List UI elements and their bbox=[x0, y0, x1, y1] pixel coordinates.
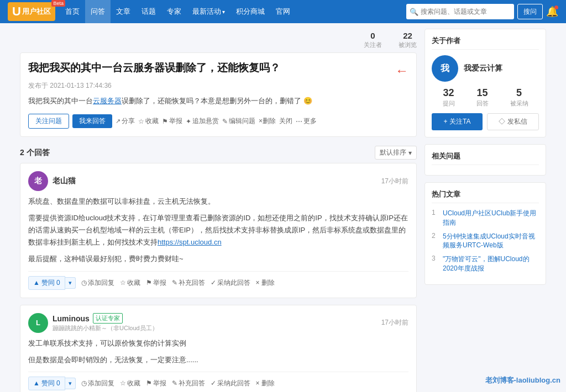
delete-link[interactable]: ×删除 bbox=[259, 116, 276, 126]
collect-link[interactable]: ☆ 收藏 bbox=[138, 116, 159, 126]
follow-question-button[interactable]: 关注问题 bbox=[28, 114, 69, 129]
author-stats: 32 提问 15 回答 5 被采纳 bbox=[432, 87, 539, 108]
vote-up-button-1[interactable]: ▲ 赞同 0 bbox=[28, 276, 65, 290]
nav-activity[interactable]: 最新活动 ▾ bbox=[187, 0, 230, 23]
add-answer-link[interactable]: ✦ 追加悬赏 bbox=[186, 116, 219, 126]
answer-body-2: 发工单联系技术支持，可以原价恢复你的计算实例 但是数据是会即时销毁的，无法恢复，… bbox=[28, 337, 408, 366]
avatar-1: 老 bbox=[28, 171, 48, 191]
vote-drop-button-1[interactable]: ▾ bbox=[65, 277, 76, 289]
author-actions: + 关注TA ◇ 发私信 bbox=[432, 113, 539, 130]
avatar-2: L bbox=[28, 313, 48, 333]
close-link[interactable]: 关闭 bbox=[279, 116, 292, 126]
main-column: 0 关注者 22 被浏览 我把我买的其中一台云服务器误删除了，还能恢复吗？ ← … bbox=[20, 29, 417, 392]
vote-drop-button-2[interactable]: ▾ bbox=[65, 378, 76, 389]
search-box: 🔍 bbox=[406, 4, 514, 19]
username-1[interactable]: 老山猫 bbox=[53, 176, 76, 186]
reply-icon-2: ◷ bbox=[81, 379, 87, 387]
logo[interactable]: U 用户社区 Beta bbox=[8, 2, 55, 21]
nav-links: 首页 问答 文章 话题 专家 最新活动 ▾ 积分商城 官网 bbox=[60, 0, 296, 23]
support-link[interactable]: https://spt.ucloud.cn bbox=[158, 238, 222, 246]
collect-link-1[interactable]: ☆ 收藏 bbox=[120, 278, 140, 288]
report-link-1[interactable]: ⚑ 举报 bbox=[146, 278, 166, 288]
answers-header: 2 个回答 默认排序 ▾ bbox=[20, 142, 417, 163]
report-link-2[interactable]: ⚑ 举报 bbox=[146, 379, 166, 388]
answer-time-1: 17小时前 bbox=[381, 177, 408, 186]
author-answer-label: 回答 bbox=[476, 100, 489, 107]
notification-bell[interactable]: 🔔 bbox=[546, 6, 558, 18]
user-info-1: 老 老山猫 bbox=[28, 171, 76, 191]
reply-icon: ◷ bbox=[81, 279, 87, 287]
hot-link-2[interactable]: 5分钟快速集成UCloud实时音视频服务URTC-Web版 bbox=[443, 232, 539, 251]
question-body: 我把我买的其中一台云服务器误删除了，还能恢复吗？本意是想删另外一台的，删错了 😊 bbox=[28, 95, 408, 107]
delete-link-2[interactable]: × 删除 bbox=[256, 379, 275, 388]
search-area: 🔍 搜问 🔔 bbox=[406, 4, 558, 19]
nav-qa[interactable]: 问答 bbox=[85, 0, 111, 23]
hot-link-1[interactable]: UCloud用户社区UClub新手使用指南 bbox=[443, 209, 539, 227]
author-name[interactable]: 我爱云计算 bbox=[464, 63, 502, 73]
nav-expert[interactable]: 专家 bbox=[161, 0, 187, 23]
search-icon: 🔍 bbox=[410, 8, 418, 16]
search-button[interactable]: 搜问 bbox=[517, 4, 543, 19]
adopt-link-2[interactable]: ✓ 采纳此回答 bbox=[211, 379, 250, 388]
top-nav: U 用户社区 Beta 首页 问答 文章 话题 专家 最新活动 ▾ 积分商城 官… bbox=[0, 0, 566, 23]
vote-group-1: ▲ 赞同 0 ▾ bbox=[28, 276, 76, 290]
supplement-link-2[interactable]: ✎ 补充回答 bbox=[172, 379, 205, 388]
smile-emoji: 😊 bbox=[303, 97, 312, 105]
author-avatar[interactable]: 我 bbox=[432, 55, 458, 82]
hot-item-2: 2 5分钟快速集成UCloud实时音视频服务URTC-Web版 bbox=[432, 232, 539, 251]
logo-text: 用户社区 bbox=[22, 7, 51, 17]
star-icon: ☆ bbox=[120, 279, 126, 287]
collect-link-2[interactable]: ☆ 收藏 bbox=[120, 379, 140, 388]
author-question-count: 32 bbox=[443, 87, 455, 99]
views-label: 被浏览 bbox=[399, 41, 417, 48]
message-button[interactable]: ◇ 发私信 bbox=[487, 113, 539, 130]
nav-topic[interactable]: 话题 bbox=[136, 0, 161, 23]
supplement-link-1[interactable]: ✎ 补充回答 bbox=[172, 278, 205, 288]
answer-time-2: 17小时前 bbox=[381, 318, 408, 327]
answer-footer-1: ▲ 赞同 0 ▾ ◷ 添加回复 ☆ 收藏 ⚑ 举报 ✎ 补充回答 ✓ 采纳此回答… bbox=[28, 271, 408, 290]
adopt-link-1[interactable]: ✓ 采纳此回答 bbox=[211, 278, 250, 288]
follow-ta-button[interactable]: + 关注TA bbox=[432, 113, 483, 130]
cloud-server-link[interactable]: 云服务器 bbox=[93, 97, 122, 105]
vote-up-button-2[interactable]: ▲ 赞同 0 bbox=[28, 377, 65, 390]
username-2[interactable]: Luminous bbox=[53, 314, 90, 323]
collect-icon: ☆ bbox=[138, 118, 144, 125]
nav-official[interactable]: 官网 bbox=[270, 0, 296, 23]
author-card-title: 关于作者 bbox=[432, 36, 539, 50]
thumbsup-icon: ▲ bbox=[33, 279, 40, 287]
views-stat: 22 被浏览 bbox=[399, 31, 417, 49]
report-link[interactable]: ⚑ 举报 bbox=[162, 116, 182, 126]
author-stat-answers: 15 回答 bbox=[476, 87, 489, 108]
delete-link-1[interactable]: × 删除 bbox=[256, 278, 275, 288]
bell-dot bbox=[554, 6, 558, 9]
vote-group-2: ▲ 赞同 0 ▾ bbox=[28, 377, 76, 390]
flag-icon-2: ⚑ bbox=[146, 379, 152, 387]
stats-bar: 0 关注者 22 被浏览 bbox=[20, 29, 417, 52]
views-count: 22 bbox=[399, 31, 417, 40]
add-reply-link-1[interactable]: ◷ 添加回复 bbox=[81, 278, 114, 288]
edit-link[interactable]: ✎ 编辑问题 bbox=[222, 116, 255, 126]
nav-shop[interactable]: 积分商城 bbox=[230, 0, 270, 23]
nav-article[interactable]: 文章 bbox=[111, 0, 136, 23]
hot-num-2: 2 bbox=[432, 232, 439, 240]
question-title: 我把我买的其中一台云服务器误删除了，还能恢复吗？ bbox=[28, 61, 390, 76]
answer-header-1: 老 老山猫 17小时前 bbox=[28, 171, 408, 191]
sort-button[interactable]: 默认排序 ▾ bbox=[375, 146, 417, 160]
pencil-icon-2: ✎ bbox=[172, 379, 177, 387]
search-input[interactable] bbox=[421, 8, 506, 15]
followers-count: 0 bbox=[364, 31, 382, 40]
user-sub-2: 蹦蹦跳跳的小精新～（非UCloud员工） bbox=[53, 324, 158, 332]
check-icon-2: ✓ bbox=[211, 379, 216, 387]
hot-item-1: 1 UCloud用户社区UClub新手使用指南 bbox=[432, 209, 539, 227]
hot-link-3[interactable]: "万物皆可云"，图解UCloud的2020年度战报 bbox=[443, 255, 539, 273]
question-meta: 发布于 2021-01-13 17:44:36 bbox=[28, 81, 408, 91]
more-link[interactable]: ⋯ 更多 bbox=[296, 116, 317, 126]
share-link[interactable]: ↗ 分享 bbox=[116, 116, 135, 126]
answer-button[interactable]: 我来回答 bbox=[72, 114, 112, 128]
author-question-label: 提问 bbox=[443, 100, 455, 107]
author-stat-questions: 32 提问 bbox=[443, 87, 455, 108]
answer-card-1: 老 老山猫 17小时前 系统盘、数据盘里的数据可以非标挂盘，云主机无法恢复。 需… bbox=[20, 163, 417, 298]
author-card: 关于作者 我 我爱云计算 32 提问 15 回答 5 被采纳 bbox=[424, 29, 546, 137]
hot-list: 1 UCloud用户社区UClub新手使用指南 2 5分钟快速集成UCloud实… bbox=[432, 209, 539, 273]
add-reply-link-2[interactable]: ◷ 添加回复 bbox=[81, 379, 114, 388]
